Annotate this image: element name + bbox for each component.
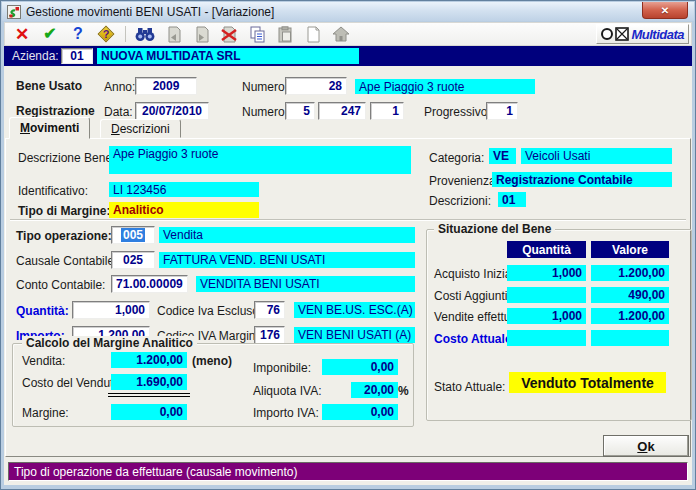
provenienza-chip: Registrazione Contabile [492,172,672,187]
vendita-chip: 1.200,00 [111,352,187,368]
situazione-title: Situazione del Bene [434,222,555,236]
paste-icon[interactable] [273,24,297,44]
stato-attuale-label: Stato Attuale: [434,380,505,395]
costi-val-chip: 490,00 [591,287,669,303]
logo-text: Multidata [631,27,684,42]
descrizioni-label: Descrizioni: [429,194,491,209]
data-label: Data: [104,105,133,120]
anno-field[interactable]: 2009 [135,77,197,95]
quantita-label: Quantità: [16,304,69,319]
new-document-icon[interactable] [301,24,325,44]
numero-field[interactable]: 28 [285,77,347,95]
categoria-label: Categoria: [429,151,484,166]
imponibile-chip: 0,00 [322,359,398,375]
col-quantita-header: Quantità [507,241,586,258]
provenienza-label: Provenienza: [429,174,499,189]
costo-attuale-qta-chip [507,330,586,346]
margine-label: Margine: [22,406,69,421]
ok-button[interactable]: Ok [603,435,689,457]
iva-escluso-descr-chip: VEN BE.US. ESC.(A) [294,302,415,318]
causale-descr-chip: FATTURA VEND. BENI USATI [159,252,415,268]
toolbar-separator [125,26,126,42]
tipo-operazione-field[interactable]: 005 [111,226,155,244]
meno-label: (meno) [192,354,232,369]
logo-crossed-box-icon [615,27,629,41]
vendita-label: Vendita: [22,354,65,369]
descrizione-bene-chip: Ape Piaggio 3 ruote [109,146,411,174]
tipo-margine-chip: Analitico [109,202,259,218]
reg-num1-field[interactable]: 5 [285,102,315,120]
calcolo-title: Calcolo del Margine Analitico [22,336,197,350]
progressivo-field[interactable]: 1 [486,102,518,120]
quantita-field[interactable]: 1,000 [72,301,150,319]
main-area: Bene Usato Anno: 2009 Numero: 28 Ape Pia… [4,66,692,485]
delete-record-icon[interactable] [217,24,241,44]
tipo-operazione-label: Tipo operazione: [16,229,112,244]
reg-num3-field[interactable]: 1 [370,102,404,120]
anno-label: Anno: [104,80,135,95]
title-bar: Gestione movimenti BENI USATI - [Variazi… [2,2,694,21]
descrizioni-chip: 01 [498,192,526,207]
iva-escluso-field[interactable]: 76 [254,301,285,319]
aliquota-label: Aliquota IVA: [253,384,321,399]
causale-field[interactable]: 025 [111,251,155,269]
tipo-margine-label: Tipo di Margine: [18,204,110,219]
categoria-descr-chip: Veicoli Usati [521,148,672,164]
status-text: Tipo di operazione da effettuare (causal… [14,465,298,479]
costi-qta-chip [507,287,586,303]
prev-record-icon[interactable] [161,24,185,44]
search-icon[interactable] [133,24,157,44]
close-button[interactable]: ✕ [642,2,688,19]
aliquota-chip: 20,00 [351,382,398,398]
iva-margine-descr-chip: VEN BENI USATI (A) [294,327,415,343]
conto-label: Conto Contabile: [16,278,105,293]
tab-movimenti[interactable]: Movimenti [9,117,90,139]
iva-margine-field[interactable]: 176 [254,326,285,344]
reg-num2-field[interactable]: 247 [318,102,366,120]
toolbar: ✕ ✔ ? ? [4,22,692,46]
identificativo-chip: LI 123456 [109,182,259,197]
separator-line [10,219,686,221]
numero-label: Numero: [242,80,288,95]
margine-chip: 0,00 [111,404,187,420]
acquisto-qta-chip: 1,000 [507,265,586,281]
conto-field[interactable]: 71.00.00009 [111,275,188,293]
help-icon[interactable]: ? [66,24,90,44]
home-icon[interactable] [329,24,353,44]
azienda-code-field[interactable]: 01 [61,48,93,64]
iva-escluso-label: Codice Iva Escluso: [157,304,262,319]
costo-attuale-val-chip [591,330,669,346]
data-field[interactable]: 20/07/2010 [135,102,209,120]
logo-circle-icon [601,28,613,40]
conto-descr-chip: VENDITA BENI USATI [196,276,415,292]
confirm-icon[interactable]: ✔ [38,24,62,44]
reg-numero-label: Numero: [242,105,288,120]
costo-attuale-label: Costo Attuale: [434,332,516,347]
vendite-qta-chip: 1,000 [507,308,586,324]
acquisto-val-chip: 1.200,00 [591,265,669,281]
azienda-name: NUOVA MULTIDATA SRL [97,48,359,64]
stato-attuale-chip: Venduto Totalmente [509,372,666,393]
identificativo-label: Identificativo: [18,184,88,199]
imponibile-label: Imponibile: [253,361,311,376]
vendite-val-chip: 1.200,00 [591,308,669,324]
azienda-label: Azienda: [12,49,59,63]
bene-usato-label: Bene Usato [16,79,82,94]
tipo-operazione-descr-chip: Vendita [159,227,415,243]
app-icon [7,5,21,19]
copy-icon[interactable] [245,24,269,44]
costo-venduto-chip: 1.690,00 [111,374,187,390]
multidata-logo: Multidata [596,24,689,44]
causale-label: Causale Contabile: [16,254,117,269]
exit-icon[interactable]: ✕ [10,24,34,44]
importo-iva-chip: 0,00 [322,404,398,420]
next-record-icon[interactable] [189,24,213,44]
tab-descrizioni[interactable]: Descrizioni [100,119,181,138]
col-valore-header: Valore [591,241,669,258]
categoria-code-chip: VE [489,148,516,164]
bene-descr-chip: Ape Piaggio 3 ruote [355,79,535,94]
context-help-icon[interactable]: ? [94,24,118,44]
window-title: Gestione movimenti BENI USATI - [Variazi… [26,5,274,19]
percent-label: % [398,384,409,399]
progressivo-label: Progressivo: [424,105,491,120]
